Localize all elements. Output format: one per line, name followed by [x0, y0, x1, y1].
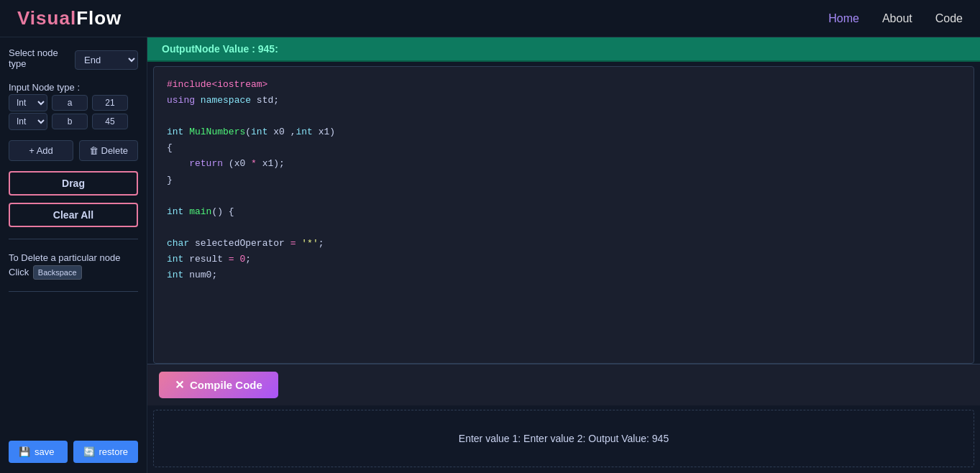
navbar: VisualFlow Home About Code [0, 0, 980, 37]
output-result-text: Enter value 1: Enter value 2: Output Val… [459, 433, 669, 444]
code-line-8: char selectedOperator = '*'; [167, 236, 961, 252]
save-icon: 💾 [19, 446, 30, 457]
node-type-section: Select node type End Start Process Decis… [9, 47, 138, 72]
sidebar: Select node type End Start Process Decis… [0, 37, 147, 473]
input-row-1: IntFloatCharString [9, 94, 138, 111]
code-line-blank1 [167, 109, 961, 124]
divider-1 [9, 239, 138, 239]
save-label: save [35, 446, 54, 457]
code-line-10: int num0; [167, 267, 961, 283]
nav-links: Home About Code [828, 12, 963, 25]
logo: VisualFlow [17, 7, 828, 29]
code-content[interactable]: #include<iostream> using namespace std; … [154, 67, 974, 363]
input-node-label: Input Node type : [9, 82, 138, 93]
nav-code[interactable]: Code [935, 12, 963, 25]
code-line-4: { [167, 140, 961, 156]
output-banner: OutputNode Value : 945: [147, 37, 980, 62]
backspace-badge: Backspace [33, 265, 82, 280]
nav-home[interactable]: Home [828, 12, 859, 25]
delete-info: To Delete a particular node Click Backsp… [9, 251, 138, 280]
save-button[interactable]: 💾 save [9, 441, 68, 463]
var-input-2[interactable] [52, 114, 88, 129]
code-line-6: } [167, 173, 961, 188]
code-line-5: return (x0 * x1); [167, 156, 961, 172]
restore-button[interactable]: 🔄 restore [73, 441, 138, 463]
type-select-2[interactable]: IntFloatCharString [9, 113, 47, 130]
compile-bar: ✕ Compile Code [147, 364, 980, 405]
input-row-2: IntFloatCharString [9, 113, 138, 130]
code-line-9: int result = 0; [167, 252, 961, 267]
code-line-3: int MulNumbers(int x0 ,int x1) [167, 124, 961, 140]
drag-button[interactable]: Drag [9, 171, 138, 196]
input-node-section: Input Node type : IntFloatCharString Int… [9, 79, 138, 130]
add-delete-row: + Add 🗑 Delete [9, 140, 138, 161]
divider-2 [9, 291, 138, 292]
code-line-7: int main() { [167, 204, 961, 220]
nav-about[interactable]: About [882, 12, 912, 25]
compile-label: Compile Code [190, 379, 262, 391]
var-input-1[interactable] [52, 95, 88, 111]
canvas-area: OutputNode Value : 945: #include<iostrea… [147, 37, 980, 473]
code-line-2: using namespace std; [167, 93, 961, 109]
code-line-blank2 [167, 188, 961, 204]
code-panel: #include<iostream> using namespace std; … [153, 66, 974, 364]
delete-button[interactable]: 🗑 Delete [79, 140, 138, 161]
node-type-select[interactable]: End Start Process Decision [75, 50, 138, 70]
code-line-blank3 [167, 220, 961, 236]
val-input-2[interactable] [92, 114, 128, 129]
bottom-btn-row: 💾 save 🔄 restore [9, 441, 138, 463]
output-banner-text: OutputNode Value : 945: [162, 43, 278, 55]
restore-label: restore [99, 446, 128, 457]
code-line-1: #include<iostream> [167, 77, 961, 93]
restore-icon: 🔄 [83, 446, 95, 457]
output-result: Enter value 1: Enter value 2: Output Val… [153, 410, 974, 467]
select-node-label: Select node type [9, 47, 69, 69]
val-input-1[interactable] [92, 95, 128, 111]
compile-icon: ✕ [175, 378, 184, 392]
delete-info-text: To Delete a particular node [9, 252, 120, 263]
compile-button[interactable]: ✕ Compile Code [159, 372, 278, 398]
main-layout: Select node type End Start Process Decis… [0, 37, 980, 473]
clear-all-button[interactable]: Clear All [9, 203, 138, 227]
click-label: Click [9, 267, 29, 277]
add-button[interactable]: + Add [9, 140, 73, 161]
type-select-1[interactable]: IntFloatCharString [9, 94, 47, 111]
